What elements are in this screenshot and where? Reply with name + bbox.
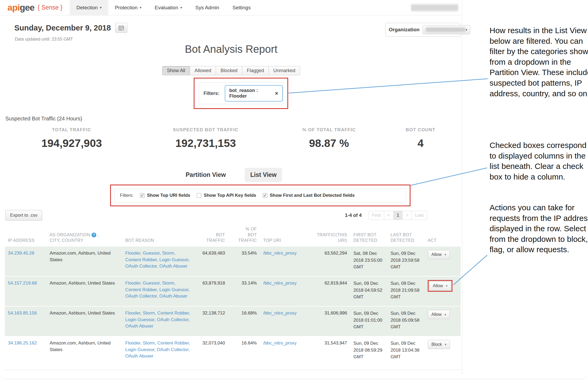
bot-reason-links[interactable]: Flooder, Storm, Content Robber, Login Gu…	[122, 337, 194, 370]
as-organization: Amazon, Ashburn, United States	[46, 277, 122, 306]
uri-traffic-value: 63,562,294	[308, 247, 350, 276]
checkbox-show-first-last-bot[interactable]: ✓ Show First and Last Bot Detected field…	[263, 193, 355, 198]
action-dropdown[interactable]: Allow▾	[428, 250, 450, 259]
checkbox-icon[interactable]: ✓	[140, 193, 145, 198]
redacted-user-account	[411, 4, 458, 11]
pagination-next-button[interactable]: >	[402, 211, 412, 220]
annotation-highlight-action: Allow▾	[428, 280, 452, 292]
pct-bot-traffic: 33.54%	[228, 247, 260, 276]
checkbox-show-top-api-key[interactable]: Show Top API Key fields	[197, 193, 256, 198]
bot-reason-links[interactable]: Flooder, Guessor, Storm, Content Robber,…	[122, 277, 194, 306]
calendar-icon	[118, 25, 124, 30]
tab-allowed[interactable]: Allowed	[190, 66, 216, 75]
stats-section-label: Suspected Bot Traffic (24 Hours)	[5, 116, 82, 122]
bot-list-table: IP ADDRESSAS ORGANIZATION?,CITY, COUNTRY…	[5, 224, 461, 370]
view-switcher: Partition View List View	[0, 167, 462, 183]
last-bot-detected: Sun, 09 Dec 2018 23:59:58 GMT	[387, 247, 425, 276]
organization-dropdown[interactable]: ▾	[423, 25, 470, 34]
column-header: IP ADDRESS	[5, 238, 46, 246]
tab-blocked[interactable]: Blocked	[216, 66, 242, 75]
tab-partition-view[interactable]: Partition View	[180, 168, 232, 182]
checkbox-icon[interactable]	[197, 193, 201, 198]
nav-item-detection[interactable]: Detection ▾	[70, 0, 108, 15]
ip-address-link[interactable]: 54.163.85.156	[5, 307, 46, 336]
top-nav: apigee { Sense } Detection ▾ Protection …	[0, 0, 462, 15]
column-filters-bar: Filters: ✓ Show Top URI fields Show Top …	[114, 188, 406, 203]
app-window: apigee { Sense } Detection ▾ Protection …	[0, 0, 462, 374]
annotation-highlight-filters: Filters: bot_reason : Flooder ✕	[194, 78, 288, 109]
first-bot-detected: Sat, 08 Dec 2018 23:55:00 GMT	[350, 247, 387, 276]
calendar-button[interactable]	[115, 23, 127, 33]
stat-pct-total-traffic: % OF TOTAL TRAFFIC 98.87 %	[276, 127, 382, 150]
top-uri-link[interactable]: /bbc_nitro_proxy	[260, 307, 308, 336]
redacted-organization-value	[426, 27, 465, 32]
bot-traffic-value: 64,639,483	[194, 247, 228, 276]
bot-traffic-value: 32,073,040	[194, 337, 228, 370]
annotation-note-checkboxes: Checked boxes correspond to displayed co…	[490, 140, 588, 182]
pagination-page-1[interactable]: 1	[393, 211, 403, 220]
apigee-sense-logo[interactable]: apigee { Sense }	[0, 0, 62, 15]
action-dropdown[interactable]: Allow▾	[429, 281, 451, 290]
first-bot-detected: Sun, 09 Dec 2018 01:01:00 GMT	[350, 307, 387, 336]
checkbox-icon[interactable]: ✓	[263, 193, 267, 198]
chevron-down-icon: ▾	[446, 284, 447, 288]
nav-item-evaluation[interactable]: Evaluation ▾	[148, 0, 189, 15]
pagination: 1-4 of 4 First < 1 > Last	[345, 211, 427, 220]
filter-chip-bot-reason[interactable]: bot_reason : Flooder ✕	[225, 85, 283, 102]
ip-address-link[interactable]: 34.196.25.162	[5, 337, 46, 370]
table-body: 34.239.45.28Amazon.com, Ashburn, United …	[5, 247, 461, 370]
filters-label: Filters:	[204, 91, 219, 96]
column-header: BOT REASON	[122, 238, 194, 246]
report-date: Sunday, December 9, 2018	[14, 24, 111, 32]
chevron-down-icon: ▾	[140, 6, 141, 10]
as-organization: Amazon, Ashburn, United States	[46, 307, 122, 336]
data-updated-text: Data updated until: 23:55 GMT	[15, 37, 73, 42]
ip-address-link[interactable]: 34.239.45.28	[5, 247, 46, 276]
organization-label: Organization	[389, 27, 420, 33]
table-row: 34.239.45.28Amazon.com, Ashburn, United …	[5, 247, 461, 277]
top-uri-link[interactable]: /bbc_nitro_proxy	[260, 247, 308, 276]
chevron-down-icon: ▾	[100, 6, 102, 10]
tab-show-all[interactable]: Show All	[162, 66, 190, 75]
stat-total-traffic: TOTAL TRAFFIC 194,927,903	[19, 127, 125, 150]
tab-list-view[interactable]: List View	[245, 168, 282, 182]
bot-reason-links[interactable]: Flooder, Storm, Content Robber, Login Gu…	[122, 307, 194, 336]
tab-unmarked[interactable]: Unmarked	[269, 66, 300, 75]
uri-traffic-value: 31,606,996	[308, 307, 350, 336]
column-header: FIRST BOTDETECTED	[350, 232, 387, 246]
ip-address-link[interactable]: 54.157.219.68	[5, 277, 46, 306]
pagination-prev-button[interactable]: <	[384, 211, 394, 220]
top-uri-link[interactable]: /bbc_nitro_proxy	[260, 277, 308, 306]
pagination-last-button[interactable]: Last	[412, 211, 427, 220]
uri-traffic-value: 31,543,947	[308, 337, 350, 370]
window-frame-bottom	[2, 375, 586, 379]
table-row: 54.163.85.156Amazon, Ashburn, United Sta…	[5, 307, 461, 337]
as-organization: Amazon.com, Ashburn, United States	[46, 337, 122, 370]
top-uri-link[interactable]: /bbc_nitro_proxy	[260, 337, 308, 370]
pagination-first-button[interactable]: First	[369, 211, 384, 220]
page-title: Bot Analysis Report	[0, 43, 462, 55]
export-csv-button[interactable]: Export to .csv	[5, 210, 42, 221]
bot-reason-links[interactable]: Flooder, Guessor, Storm, Content Robber,…	[122, 247, 194, 276]
last-bot-detected: Sun, 09 Dec 2018 21:09:58 GMT	[387, 277, 425, 306]
last-bot-detected: Sun, 09 Dec 2018 05:09:58 GMT	[387, 307, 425, 336]
sense-wordmark: { Sense }	[38, 4, 62, 11]
tab-flagged[interactable]: Flagged	[242, 66, 269, 75]
nav-item-settings[interactable]: Settings	[226, 0, 257, 15]
chevron-down-icon: ▾	[180, 6, 182, 10]
action-dropdown[interactable]: Block▾	[428, 340, 450, 349]
stat-bot-count: BOT COUNT 4	[368, 127, 474, 150]
action-dropdown[interactable]: Allow▾	[428, 310, 450, 319]
nav-item-sys-admin[interactable]: Sys Admin	[189, 0, 226, 15]
apigee-wordmark: apigee	[7, 2, 34, 13]
action-cell: Allow▾	[425, 247, 461, 276]
pagination-range: 1-4 of 4	[345, 213, 362, 218]
as-organization: Amazon.com, Ashburn, United States	[46, 247, 122, 276]
nav-item-protection[interactable]: Protection ▾	[108, 0, 148, 15]
organization-box: Organization ▾	[385, 23, 461, 37]
help-icon[interactable]: ?	[92, 233, 96, 237]
column-header: TOP URI	[260, 238, 308, 246]
remove-filter-icon[interactable]: ✕	[275, 91, 278, 96]
chevron-down-icon: ▾	[445, 343, 446, 346]
checkbox-show-top-uri[interactable]: ✓ Show Top URI fields	[140, 193, 190, 198]
